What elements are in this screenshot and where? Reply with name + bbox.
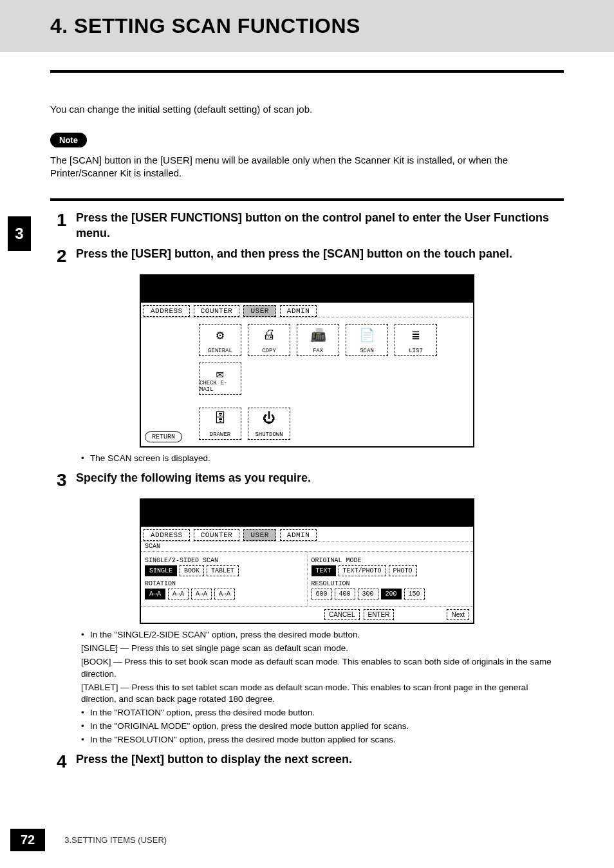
original-mode-label: ORIGINAL MODE (312, 557, 470, 564)
explain-book: [BOOK] — Press this to set book scan mod… (81, 656, 564, 681)
chapter-header: 4. SETTING SCAN FUNCTIONS (0, 0, 614, 52)
rotation-option-4[interactable]: A→A (214, 589, 235, 599)
intro-text: You can change the initial setting (defa… (50, 104, 564, 115)
res-200[interactable]: 200 (381, 589, 402, 599)
list-button[interactable]: ≣LIST (395, 324, 437, 356)
rotation-option-2[interactable]: A→A (168, 589, 189, 599)
tablet-option[interactable]: TABLET (207, 565, 239, 576)
step-3: 3 Specify the following items as you req… (57, 470, 564, 489)
tab-address[interactable]: ADDRESS (144, 305, 190, 317)
res-600[interactable]: 600 (312, 589, 332, 599)
panel-tabs: ADDRESS COUNTER USER ADMIN (141, 303, 473, 317)
step-number: 1 (57, 211, 76, 229)
rotation-option-3[interactable]: A→A (191, 589, 212, 599)
step-2: 2 Press the [USER] button, and then pres… (57, 246, 564, 265)
panel-bottom-row: CANCEL ENTER Next (141, 606, 473, 623)
tab-admin[interactable]: ADMIN (280, 529, 317, 541)
chapter-title: 4. SETTING SCAN FUNCTIONS (50, 14, 614, 38)
explain-resolution: In the "RESOLUTION" option, press the de… (81, 734, 564, 746)
res-400[interactable]: 400 (335, 589, 355, 599)
tab-admin[interactable]: ADMIN (280, 305, 317, 317)
scan-icon: 📄 (359, 327, 375, 343)
tab-user[interactable]: USER (243, 529, 275, 541)
left-column: SINGLE/2-SIDED SCAN SINGLE BOOK TABLET R… (141, 552, 308, 606)
drawer-button[interactable]: 🗄DRAWER (199, 408, 241, 440)
step-4: 4 Press the [Next] button to display the… (57, 751, 564, 771)
step2-note: The SCAN screen is displayed. (81, 453, 564, 465)
step-1: 1 Press the [USER FUNCTIONS] button on t… (57, 210, 564, 241)
tab-counter[interactable]: COUNTER (194, 529, 240, 541)
next-button[interactable]: Next (447, 609, 469, 620)
panel-buttons-row1: ⚙GENERAL 🖨COPY 📠FAX 📄SCAN ≣LIST ✉CHECK E… (141, 317, 473, 401)
copy-icon: 🖨 (263, 327, 275, 343)
step3-explanations: In the "SINGLE/2-SIDE SCAN" option, pres… (81, 629, 564, 746)
general-button[interactable]: ⚙GENERAL (199, 324, 241, 356)
step-title: Specify the following items as you requi… (76, 470, 564, 486)
touch-panel-scan-settings: ADDRESS COUNTER USER ADMIN SCAN SINGLE/2… (140, 498, 474, 624)
fax-button[interactable]: 📠FAX (297, 324, 339, 356)
copy-button[interactable]: 🖨COPY (248, 324, 290, 356)
explain-single2side: In the "SINGLE/2-SIDE SCAN" option, pres… (81, 629, 564, 641)
tab-user[interactable]: USER (243, 305, 275, 317)
divider (50, 198, 564, 201)
step-number: 3 (57, 471, 76, 489)
right-column: ORIGINAL MODE TEXT TEXT/PHOTO PHOTO RESO… (308, 552, 474, 606)
general-icon: ⚙ (216, 327, 224, 343)
note-text: The [SCAN] button in the [USER] menu wil… (50, 154, 564, 180)
list-icon: ≣ (412, 327, 420, 343)
res-150[interactable]: 150 (404, 589, 425, 599)
resolution-label: RESOLUTION (312, 580, 470, 587)
check-email-button[interactable]: ✉CHECK E-MAIL (199, 363, 241, 395)
step-number: 2 (57, 247, 76, 265)
drawer-icon: 🗄 (214, 411, 227, 426)
panel-tabs: ADDRESS COUNTER USER ADMIN (141, 527, 473, 542)
text-option[interactable]: TEXT (312, 565, 336, 576)
footer-section-text: 3.SETTING ITEMS (USER) (64, 835, 167, 845)
explain-tablet: [TABLET] — Press this to set tablet scan… (81, 682, 564, 706)
step-title: Press the [USER FUNCTIONS] button on the… (76, 210, 564, 241)
panel-buttons-row2: 🗄DRAWER ⏻SHUTDOWN (141, 401, 473, 446)
divider (50, 70, 564, 73)
shutdown-button[interactable]: ⏻SHUTDOWN (248, 408, 290, 440)
tab-address[interactable]: ADDRESS (144, 529, 190, 541)
step-title: Press the [USER] button, and then press … (76, 246, 564, 261)
step-number: 4 (57, 753, 76, 771)
shutdown-icon: ⏻ (263, 411, 275, 426)
scan-label: SCAN (141, 542, 473, 551)
explain-rotation: In the "ROTATION" option, press the desi… (81, 707, 564, 719)
step-title: Press the [Next] button to display the n… (76, 751, 564, 767)
note-badge: Note (50, 133, 87, 147)
panel-blackbar (141, 276, 473, 303)
single-option[interactable]: SINGLE (145, 565, 177, 576)
explain-single: [SINGLE] — Press this to set single page… (81, 643, 564, 655)
fax-icon: 📠 (310, 327, 326, 343)
photo-option[interactable]: PHOTO (389, 565, 417, 576)
rotation-label: ROTATION (145, 580, 303, 587)
return-button[interactable]: RETURN (145, 431, 182, 442)
text-photo-option[interactable]: TEXT/PHOTO (339, 565, 386, 576)
touch-panel-user-menu: ADDRESS COUNTER USER ADMIN ⚙GENERAL 🖨COP… (140, 274, 474, 448)
chapter-side-tab: 3 (8, 216, 31, 251)
single-2side-label: SINGLE/2-SIDED SCAN (145, 557, 303, 564)
cancel-button[interactable]: CANCEL (324, 609, 360, 620)
email-icon: ✉ (216, 366, 224, 382)
scan-button[interactable]: 📄SCAN (346, 324, 388, 356)
panel-blackbar (141, 500, 473, 527)
res-300[interactable]: 300 (358, 589, 378, 599)
page-number: 72 (10, 829, 45, 851)
enter-button[interactable]: ENTER (364, 609, 395, 620)
tab-counter[interactable]: COUNTER (194, 305, 240, 317)
rotation-option-1[interactable]: A→A (145, 589, 165, 599)
scan-settings-sections: SINGLE/2-SIDED SCAN SINGLE BOOK TABLET R… (141, 551, 473, 606)
explain-original-mode: In the "ORIGINAL MODE" option, press the… (81, 721, 564, 733)
bullet-text: The SCAN screen is displayed. (81, 453, 564, 465)
page-footer: 72 3.SETTING ITEMS (USER) (0, 829, 614, 851)
book-option[interactable]: BOOK (180, 565, 204, 576)
